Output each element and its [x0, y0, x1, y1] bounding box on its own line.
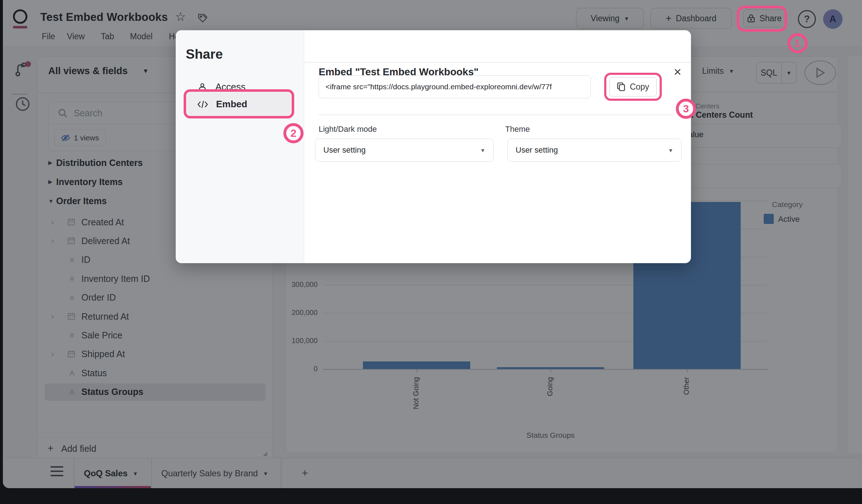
- embed-code-input[interactable]: [319, 75, 591, 98]
- share-modal-nav: Share Access Embed: [176, 30, 304, 263]
- chevron-down-icon: ▼: [480, 147, 485, 153]
- annotation-step-1: 1: [787, 33, 808, 53]
- screenshot-root: Test Embed Workbooks ☆ FileViewTabModelH…: [0, 0, 862, 504]
- annotation-ring-embed: [184, 89, 294, 118]
- modal-title: Share: [186, 47, 223, 62]
- theme-label: Theme: [505, 125, 530, 134]
- divider: [319, 114, 673, 115]
- annotation-step-2: 2: [283, 123, 304, 143]
- annotation-ring-share: [737, 6, 787, 32]
- close-icon[interactable]: ✕: [673, 66, 682, 78]
- share-modal: Share Access Embed Embed "Test Embed Wor…: [176, 30, 691, 263]
- lightdark-label: Light/Dark mode: [319, 125, 377, 134]
- annotation-ring-copy: [604, 73, 662, 101]
- theme-select[interactable]: User setting ▼: [507, 139, 682, 162]
- divider: [304, 62, 691, 63]
- chevron-down-icon: ▼: [668, 147, 673, 153]
- lightdark-select[interactable]: User setting ▼: [315, 139, 494, 162]
- annotation-step-3: 3: [676, 99, 696, 119]
